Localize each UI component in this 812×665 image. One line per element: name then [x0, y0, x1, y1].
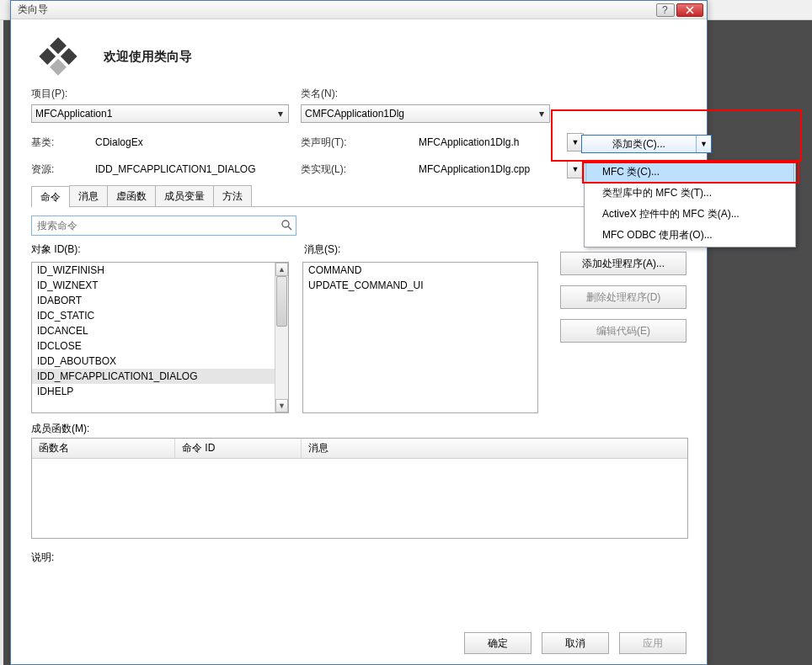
classdecl-value: MFCApplication1Dlg.h [419, 136, 567, 148]
add-class-menu: MFC 类(C)... 类型库中的 MFC 类(T)... ActiveX 控件… [584, 160, 796, 247]
project-label: 项目(P): [31, 87, 301, 101]
cancel-button[interactable]: 取消 [542, 632, 609, 654]
list-item[interactable]: IDCLOSE [32, 338, 275, 354]
help-button[interactable]: ? [656, 3, 675, 17]
tab-commands[interactable]: 命令 [31, 186, 70, 207]
col-funcname[interactable]: 函数名 [32, 439, 175, 458]
delete-handler-button[interactable]: 删除处理程序(D) [560, 285, 686, 309]
add-class-split-button[interactable]: 添加类(C)... ▼ [581, 135, 712, 153]
svg-rect-2 [61, 48, 77, 65]
classimpl-dropdown-button[interactable]: ▼ [567, 160, 584, 178]
svg-rect-3 [39, 48, 56, 65]
ok-button[interactable]: 确定 [464, 632, 532, 654]
classname-value: CMFCApplication1Dlg [305, 108, 404, 120]
list-item[interactable]: ID_WIZFINISH [32, 263, 275, 278]
list-item[interactable]: UPDATE_COMMAND_UI [303, 278, 537, 293]
titlebar: 类向导 ? [11, 1, 707, 19]
scrollbar[interactable]: ▲ ▼ [275, 263, 288, 412]
class-wizard-dialog: 类向导 ? 欢迎使用类向导 项目(P): 类名(N): [10, 0, 708, 665]
list-item[interactable]: COMMAND [303, 263, 537, 278]
tab-virtual[interactable]: 虚函数 [107, 185, 156, 206]
list-item[interactable]: IDABORT [32, 293, 275, 308]
welcome-heading: 欢迎使用类向导 [104, 49, 192, 65]
baseclass-label: 基类: [31, 136, 95, 150]
members-label: 成员函数(M): [31, 422, 686, 436]
objects-listbox[interactable]: ID_WIZFINISHID_WIZNEXTIDABORTIDC_STATICI… [31, 262, 289, 413]
tab-messages[interactable]: 消息 [69, 185, 108, 206]
col-commandid[interactable]: 命令 ID [175, 439, 302, 458]
list-item[interactable]: IDCANCEL [32, 323, 275, 338]
project-value: MFCApplication1 [35, 108, 112, 120]
list-item[interactable]: ID_WIZNEXT [32, 278, 275, 293]
messages-listbox[interactable]: COMMANDUPDATE_COMMAND_UI [302, 262, 538, 413]
list-item[interactable]: IDC_STATIC [32, 308, 275, 323]
edit-code-button[interactable]: 编辑代码(E) [560, 319, 686, 343]
add-class-dropdown-toggle[interactable]: ▼ [696, 136, 711, 152]
baseclass-value: CDialogEx [95, 136, 301, 148]
add-handler-button[interactable]: 添加处理程序(A)... [560, 252, 686, 275]
svg-rect-4 [50, 59, 67, 76]
messages-label: 消息(S): [304, 242, 340, 257]
classdecl-label: 类声明(T): [301, 136, 419, 150]
menu-item-typelib-class[interactable]: 类型库中的 MFC 类(T)... [585, 183, 794, 204]
resource-value: IDD_MFCAPPLICATION1_DIALOG [95, 163, 301, 175]
chevron-down-icon: ▼ [572, 138, 580, 146]
chevron-down-icon: ▾ [276, 108, 285, 120]
classname-label: 类名(N): [301, 87, 570, 101]
scroll-down-button[interactable]: ▼ [275, 399, 288, 412]
objects-label: 对象 ID(B): [31, 242, 304, 257]
scroll-up-button[interactable]: ▲ [275, 263, 288, 276]
svg-rect-1 [50, 37, 67, 54]
list-item[interactable]: IDD_MFCAPPLICATION1_DIALOG [32, 369, 275, 384]
search-field[interactable] [31, 215, 296, 236]
tab-methods[interactable]: 方法 [213, 185, 252, 206]
chevron-down-icon: ▼ [700, 140, 708, 148]
svg-text:?: ? [662, 6, 668, 14]
description-label: 说明: [31, 551, 686, 565]
menu-item-odbc-consumer[interactable]: MFC ODBC 使用者(O)... [585, 225, 794, 246]
wizard-logo-icon [36, 35, 80, 78]
svg-point-5 [282, 221, 289, 227]
classimpl-label: 类实现(L): [301, 162, 419, 177]
search-icon [280, 219, 292, 233]
resource-label: 资源: [31, 162, 95, 177]
add-class-label: 添加类(C)... [582, 137, 696, 152]
menu-item-mfc-class[interactable]: MFC 类(C)... [585, 162, 794, 183]
menu-item-activex-class[interactable]: ActiveX 控件中的 MFC 类(A)... [585, 204, 794, 225]
scroll-thumb[interactable] [276, 276, 287, 327]
classimpl-value: MFCApplication1Dlg.cpp [419, 163, 567, 175]
tab-members[interactable]: 成员变量 [155, 185, 214, 206]
apply-button[interactable]: 应用 [619, 632, 686, 654]
col-message[interactable]: 消息 [302, 439, 687, 458]
member-functions-table[interactable]: 函数名 命令 ID 消息 [31, 438, 688, 539]
search-input[interactable] [37, 220, 280, 231]
svg-line-6 [288, 226, 291, 230]
window-title: 类向导 [18, 3, 654, 17]
list-item[interactable]: IDHELP [32, 384, 275, 399]
project-combo[interactable]: MFCApplication1 ▾ [31, 104, 289, 123]
classname-combo[interactable]: CMFCApplication1Dlg ▾ [301, 104, 550, 123]
chevron-down-icon: ▾ [537, 108, 546, 120]
list-item[interactable]: IDD_ABOUTBOX [32, 354, 275, 369]
chevron-down-icon: ▼ [572, 165, 580, 173]
close-button[interactable] [676, 3, 703, 17]
